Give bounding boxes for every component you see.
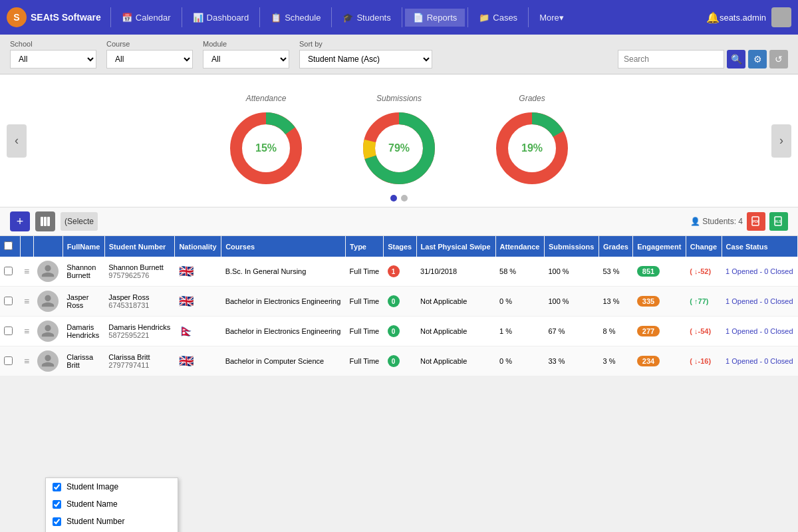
grades-label: Grades [519,94,545,103]
engagement-badge: 234 [637,356,660,366]
th-submissions[interactable]: Submissions [544,236,598,257]
td-course: Bachelor in Electronics Engineering [221,317,346,346]
row-checkbox[interactable] [4,356,13,365]
checkbox-student-number[interactable] [53,517,61,526]
engagement-badge: 335 [637,296,660,307]
calendar-icon: 📅 [122,13,132,23]
nav-more[interactable]: More▾ [531,9,572,27]
th-courses[interactable]: Courses [221,236,346,257]
td-case-status: 1 Opened - 0 Closed [722,317,797,346]
flag-icon: 🇬🇧 [179,295,194,308]
submissions-label: Submissions [376,94,422,103]
nav-cases[interactable]: 📁 Cases [471,9,525,27]
attendance-label: Attendance [246,94,287,103]
table-row: ≡ ClarissaBritt Clarissa Britt2797797411… [0,346,798,376]
nav-reports-label: Reports [427,13,458,23]
td-drag[interactable]: ≡ [20,317,33,346]
filter-button[interactable]: ⚙ [748,50,767,68]
td-checkbox[interactable] [0,317,20,346]
add-button[interactable]: + [10,211,30,231]
case-status-link[interactable]: 1 Opened - 0 Closed [726,297,793,305]
case-status-link[interactable]: 1 Opened - 0 Closed [726,357,793,365]
th-student-number[interactable]: Student Number [104,236,175,257]
checkbox-student-image[interactable] [53,483,61,491]
td-drag[interactable]: ≡ [20,346,33,376]
nav-divider-6 [467,7,468,27]
module-select[interactable]: All [203,50,289,68]
avatar-circle [37,291,59,312]
th-engagement[interactable]: Engagement [633,236,686,257]
row-checkbox[interactable] [4,267,13,275]
carousel-area: ‹ Attendance 15% Submissions 79% Grade [0,74,798,207]
filter-bar: School All Course All Module All Sort by… [0,35,798,74]
th-nationality[interactable]: Nationality [175,236,221,257]
case-status-link[interactable]: 1 Opened - 0 Closed [726,327,793,335]
td-nationality: 🇬🇧 [175,287,221,317]
carousel-dot-1[interactable] [390,195,397,201]
carousel-prev-button[interactable]: ‹ [7,124,27,158]
submissions-chart: Submissions 79% [359,94,439,188]
td-checkbox[interactable] [0,257,20,287]
td-grades: 13 % [599,287,633,317]
search-input[interactable] [618,50,724,68]
th-case-status[interactable]: Case Status [722,236,797,257]
course-select[interactable]: All [106,50,193,68]
td-checkbox[interactable] [0,346,20,376]
school-select[interactable]: All [10,50,96,68]
row-checkbox[interactable] [4,297,13,305]
td-drag[interactable]: ≡ [20,287,33,317]
carousel-dot-2[interactable] [401,195,408,201]
th-attendance[interactable]: Attendance [495,236,544,257]
th-fullname[interactable]: FullName [63,236,104,257]
th-change[interactable]: Change [686,236,722,257]
th-stages[interactable]: Stages [384,236,416,257]
flag-icon: 🇳🇵 [179,325,194,338]
td-submissions: 33 % [544,346,598,376]
th-last-physical-swipe[interactable]: Last Physical Swipe [416,236,495,257]
td-first-name: DamarisHendricks [63,317,104,346]
bell-icon[interactable]: 🔔 [706,11,720,24]
row-checkbox[interactable] [4,327,13,335]
dropdown-item-student-image[interactable]: Student Image [46,478,178,495]
pdf-button[interactable]: PDF [747,212,765,231]
nav-students[interactable]: 🎓 Students [334,9,398,27]
td-case-status: 1 Opened - 0 Closed [722,346,797,376]
reports-icon: 📄 [413,13,424,23]
dropdown-item-student-number[interactable]: Student Number [46,513,178,530]
clear-button[interactable]: ↺ [769,50,788,68]
table-body: ≡ ShannonBurnett Shannon Burnett97579625… [0,257,798,376]
th-checkbox[interactable] [0,236,20,257]
sortby-select[interactable]: Student Name (Asc) [299,50,432,68]
nav-divider-2 [182,7,182,27]
td-swipe: Not Applicable [416,287,495,317]
nav-dashboard-label: Dashboard [207,13,249,23]
dropdown-item-student-name[interactable]: Student Name [46,495,178,513]
select-all-checkbox[interactable] [4,241,13,250]
nav-reports[interactable]: 📄 Reports [405,9,466,27]
nav-calendar[interactable]: 📅 Calendar [114,9,179,27]
change-value: ( ↓-52) [690,267,711,275]
school-filter-group: School All [10,40,96,68]
person-icon [41,324,55,338]
columns-button[interactable] [35,211,55,231]
case-status-link[interactable]: 1 Opened - 0 Closed [726,267,793,275]
th-type[interactable]: Type [346,236,384,257]
search-button[interactable]: 🔍 [727,50,745,68]
td-course: Bachelor in Computer Science [221,346,346,376]
td-checkbox[interactable] [0,287,20,317]
excel-button[interactable]: XLS [769,212,788,231]
nav-schedule[interactable]: 📋 Schedule [263,9,329,27]
checkbox-student-name[interactable] [53,500,61,509]
td-first-name: JasperRoss [63,287,104,317]
td-submissions: 67 % [544,317,598,346]
th-grades[interactable]: Grades [599,236,633,257]
table-header-row: FullName Student Number Nationality Cour… [0,236,798,257]
carousel-next-button[interactable]: › [771,124,791,158]
avatar-circle [37,261,59,282]
td-drag[interactable]: ≡ [20,257,33,287]
toolbar-right: 👤 Students: 4 PDF XLS [690,212,788,231]
flag-icon: 🇬🇧 [179,354,194,368]
nav-dashboard[interactable]: 📊 Dashboard [185,9,257,27]
column-dropdown: Student Image Student Name Student Numbe… [45,477,178,532]
th-drag [20,236,33,257]
